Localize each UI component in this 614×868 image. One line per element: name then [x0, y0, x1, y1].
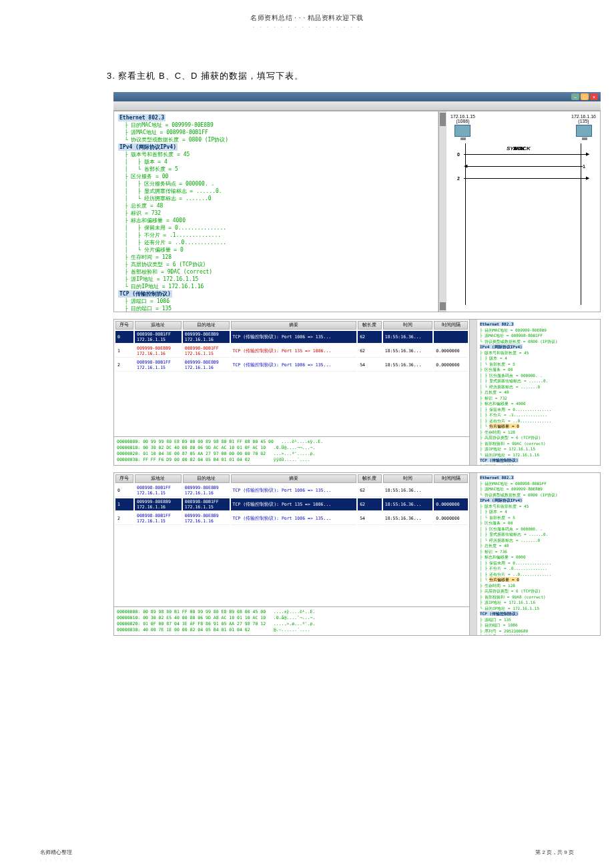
- col-summary[interactable]: 摘要: [231, 321, 357, 330]
- ttl: 生存时间 = 128: [131, 254, 172, 260]
- handshake-diagram: 172.16.1.15 (1086) 172.16.1.16 (135) 0▶S…: [446, 111, 600, 312]
- footer-right: 第 2 页，共 9 页: [535, 849, 574, 856]
- col-time[interactable]: 时间: [383, 321, 433, 330]
- lifeline-right: [581, 143, 581, 305]
- host-left: 172.16.1.15 (1086): [450, 114, 475, 137]
- tos: 区分服务 = 00: [131, 173, 168, 179]
- toolbar-strip: [113, 101, 601, 111]
- col-dst[interactable]: 目的地址: [183, 321, 230, 330]
- scrollbar[interactable]: [469, 320, 477, 465]
- protocol-tree[interactable]: Ethernet 802.3 ├ 目的MAC地址 = 009999-80E8B9…: [114, 111, 438, 312]
- page-footer-dots: · · · · · · · · · · · · · ·: [40, 858, 574, 863]
- capture-panel-2: 序号 源地址 目的地址 摘要 帧长度 时间 时间间隔 0008998-80B1F…: [113, 319, 601, 466]
- ip-version: 版本 = 4: [144, 159, 168, 165]
- packet-table[interactable]: 序号 源地址 目的地址 摘要 帧长度 时间 时间间隔 0008998-80B1F…: [114, 473, 469, 526]
- detail-tree[interactable]: Ethernet 802.3 ├ 目的MAC地址 = 009999-80E8B9…: [477, 320, 600, 465]
- table-row[interactable]: 2008998-80B1FF172.16.1.15009999-80E8B917…: [115, 359, 468, 372]
- table-row[interactable]: 0008998-80B1FF172.16.1.15009999-80E8B917…: [115, 331, 468, 344]
- src-port: 源端口 = 1086: [131, 298, 170, 304]
- ip-protocol: 高层协议类型 = 6 (TCP协议): [131, 262, 206, 268]
- detail-tree[interactable]: Ethernet 802.3 ├ 目的MAC地址 = 008998-80B1FF…: [477, 473, 600, 635]
- ip-checksum: 首部校验和 = 9DAC (correct): [131, 269, 212, 275]
- doc-header-dots: · · · · · · · · · · · · · · · ·: [40, 24, 574, 30]
- col-intv[interactable]: 时间间隔: [434, 321, 468, 330]
- table-row[interactable]: 1009999-80E8B9172.16.1.16008998-80B1FF17…: [115, 345, 468, 358]
- ver-hdrlen: 版本号和首部长度 = 45: [131, 151, 190, 157]
- frag-offset: 分片偏移量 = 0: [144, 247, 184, 253]
- step-synack: ◀1SYN ACK: [467, 163, 580, 169]
- flags-offset: 标志和偏移量 = 4000: [131, 218, 186, 224]
- footer-left: 名师精心整理: [40, 849, 72, 856]
- hex-dump[interactable]: 00000000: 00 99 99 80 E8 B9 00 00 89 98 …: [114, 436, 469, 465]
- minimize-icon[interactable]: –: [571, 93, 579, 100]
- dst-ip: 目的IP地址 = 172.16.1.16: [131, 284, 204, 290]
- computer-icon: [576, 125, 592, 137]
- step-ack: 2▶ACK: [467, 175, 580, 181]
- proto-type: 协议类型或数据长度 = 0800 (IP协议): [131, 137, 228, 143]
- frag-offset-selected: 分片偏移量 = 0: [489, 577, 519, 582]
- capture-panel-3: 序号 源地址 目的地址 摘要 帧长度 时间 时间间隔 0008998-80B1F…: [113, 472, 601, 636]
- ecn-transport: 显式拥塞传输标志 = ......0.: [144, 188, 222, 194]
- col-idx[interactable]: 序号: [115, 321, 133, 330]
- frag-offset-selected: 分片偏移量 = 0: [489, 424, 519, 428]
- flag-df: 不分片 = .1..............: [144, 232, 222, 238]
- ip-hlen: 首部长度 = 5: [144, 166, 178, 172]
- hex-dump[interactable]: 00000000: 00 89 98 80 B1 FF 00 99 99 80 …: [114, 606, 469, 635]
- scrollbar[interactable]: [438, 111, 446, 312]
- tos-code: 区分服务码点 = 000000. .: [144, 181, 215, 187]
- close-icon[interactable]: ×: [590, 93, 598, 100]
- window-titlebar: – □ ×: [113, 92, 601, 101]
- col-len[interactable]: 帧长度: [358, 321, 382, 330]
- src-mac: 源MAC地址 = 008998-80B1FF: [131, 129, 208, 135]
- empty-area: [114, 526, 469, 606]
- tcp-header[interactable]: TCP (传输控制协议): [118, 290, 172, 298]
- empty-area: [114, 373, 469, 436]
- ethernet-header[interactable]: Ethernet 802.3: [118, 114, 166, 121]
- maximize-icon[interactable]: □: [581, 93, 589, 100]
- ipv4-header[interactable]: IPv4 (网际协议IPv4): [118, 143, 178, 151]
- page: 名师资料总结 · · · 精品资料欢迎下载 · · · · · · · · · …: [0, 0, 614, 868]
- table-row[interactable]: 2008998-80B1FF172.16.1.15009999-80E8B917…: [115, 512, 468, 525]
- ecn-experienced: 经历拥塞标志 = .......0: [144, 195, 212, 201]
- page-footer: 名师精心整理 第 2 页，共 9 页: [40, 849, 574, 856]
- src-ip: 源IP地址 = 172.16.1.15: [131, 276, 198, 282]
- packet-table[interactable]: 序号 源地址 目的地址 摘要 帧长度 时间 时间间隔 0008998-80B1F…: [114, 320, 469, 373]
- doc-header: 名师资料总结 · · · 精品资料欢迎下载: [40, 13, 574, 23]
- scrollbar[interactable]: [469, 473, 477, 635]
- step-syn: 0▶SYN: [467, 151, 580, 157]
- col-src[interactable]: 源地址: [135, 321, 182, 330]
- panel-ethernet-tree: – □ × Ethernet 802.3 ├ 目的MAC地址 = 009999-…: [113, 92, 601, 312]
- host-right: 172.16.1.16 (135): [571, 114, 596, 137]
- identification: 标识 = 732: [131, 210, 161, 216]
- dst-mac: 目的MAC地址 = 009999-80E8B9: [131, 122, 214, 128]
- dst-port: 目的端口 = 135: [131, 306, 172, 312]
- computer-icon: [454, 125, 471, 137]
- flag-mf: 还有分片 = ..0.............: [144, 240, 227, 246]
- flag-reserved: 保留未用 = 0...............: [144, 225, 227, 231]
- table-row[interactable]: 0008998-80B1FF172.16.1.15009999-80E8B917…: [115, 484, 468, 497]
- table-row[interactable]: 1009999-80E8B9172.16.1.16008998-80B1FF17…: [115, 498, 468, 511]
- question-3: 3. 察看主机 B、C、D 捕获的数据，填写下表。: [107, 70, 574, 82]
- total-length: 总长度 = 48: [131, 203, 163, 209]
